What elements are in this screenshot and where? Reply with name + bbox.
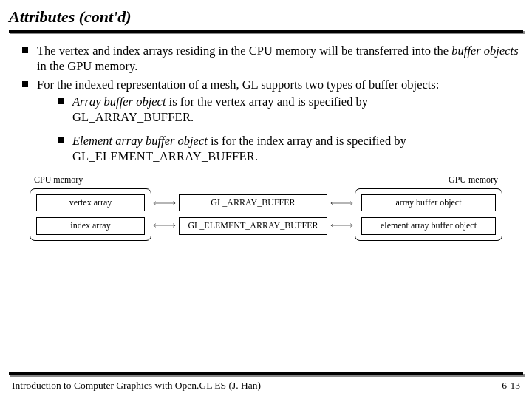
- footer-area: Introduction to Computer Graphics with O…: [9, 372, 523, 399]
- sub-bullet-1: Array buffer object is for the vertex ar…: [62, 94, 519, 125]
- index-array-box: index array: [36, 217, 145, 234]
- bullet-2: For the indexed representation of a mesh…: [27, 77, 519, 164]
- gl-enum-col: GL_ARRAY_BUFFER GL_ELEMENT_ARRAY_BUFFER: [177, 188, 329, 241]
- bullet-1-text-post: in the GPU memory.: [37, 59, 137, 73]
- sub1-code: GL_ARRAY_BUFFER.: [72, 110, 194, 124]
- gpu-memory-label: GPU memory: [449, 174, 498, 185]
- sub2-code: GL_ELEMENT_ARRAY_BUFFER.: [72, 149, 258, 163]
- footer-page-number: 6-13: [502, 380, 520, 392]
- cpu-memory-label: CPU memory: [34, 174, 83, 185]
- bullet-list: The vertex and index arrays residing in …: [13, 43, 519, 164]
- sub-bullet-list: Array buffer object is for the vertex ar…: [37, 94, 519, 163]
- content-area: The vertex and index arrays residing in …: [9, 43, 523, 372]
- sub2-rest: is for the index array and is specified …: [208, 134, 406, 148]
- gl-element-array-buffer-box: GL_ELEMENT_ARRAY_BUFFER: [179, 217, 327, 234]
- footer: Introduction to Computer Graphics with O…: [9, 380, 523, 399]
- sub1-rest: is for the vertex array and is specified…: [166, 95, 368, 109]
- title-divider: [9, 30, 523, 33]
- sub-bullet-2: Element array buffer object is for the i…: [62, 133, 519, 164]
- slide-title: Attributes (cont'd): [9, 6, 523, 30]
- footer-divider: [9, 372, 523, 375]
- element-array-buffer-object-box: element array buffer object: [361, 217, 496, 234]
- bullet-1-text-pre: The vertex and index arrays residing in …: [37, 44, 451, 58]
- vertex-array-box: vertex array: [36, 194, 145, 211]
- array-buffer-object-box: array buffer object: [361, 194, 496, 211]
- bullet-1: The vertex and index arrays residing in …: [27, 43, 519, 74]
- gpu-memory-box: array buffer object element array buffer…: [355, 188, 502, 241]
- memory-diagram: CPU memory . GPU memory vertex array ind…: [30, 174, 502, 241]
- bullet-2-text: For the indexed representation of a mesh…: [37, 78, 439, 92]
- arrow-1: [151, 195, 177, 211]
- diagram-labels: CPU memory . GPU memory: [30, 174, 502, 188]
- arrow-col-left: [151, 188, 177, 241]
- arrow-col-right: [329, 188, 355, 241]
- footer-left: Introduction to Computer Graphics with O…: [12, 380, 261, 392]
- sub1-ital: Array buffer object: [72, 95, 166, 109]
- cpu-memory-box: vertex array index array: [30, 188, 151, 241]
- arrow-4: [329, 217, 355, 233]
- arrow-2: [151, 217, 177, 233]
- slide: Attributes (cont'd) The vertex and index…: [0, 0, 532, 399]
- bullet-1-ital: buffer objects: [451, 44, 518, 58]
- gl-array-buffer-box: GL_ARRAY_BUFFER: [179, 194, 327, 211]
- diagram-columns: vertex array index array GL_ARRAY_BUFFER…: [30, 188, 502, 241]
- arrow-3: [329, 195, 355, 211]
- sub2-ital: Element array buffer object: [72, 134, 208, 148]
